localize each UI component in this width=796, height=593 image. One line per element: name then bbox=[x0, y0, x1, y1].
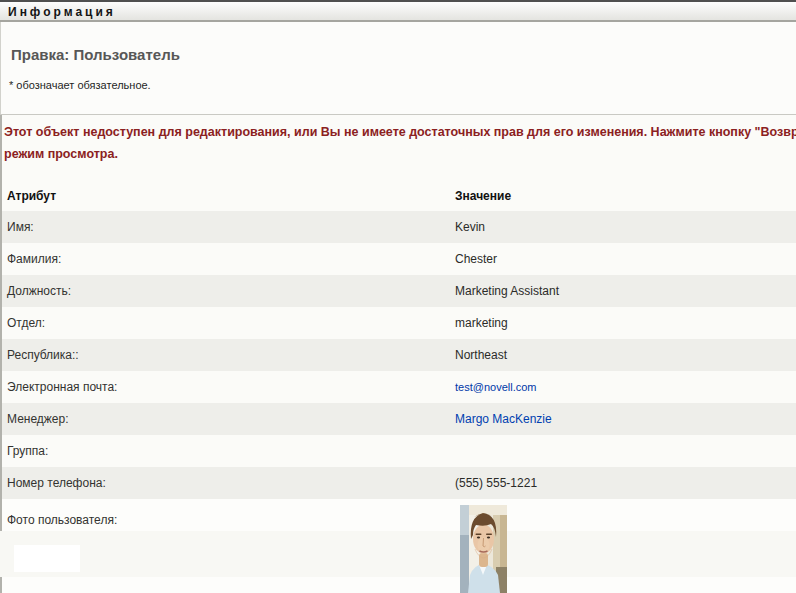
attribute-label: Республика:: bbox=[7, 348, 79, 362]
warning-line-1: Этот объект недоступен для редактировани… bbox=[4, 121, 796, 143]
table-row-email: Электронная почта: test@novell.com bbox=[2, 371, 796, 403]
attribute-label: Электронная почта: bbox=[7, 380, 117, 394]
panel-header-bar: Информация bbox=[0, 0, 796, 22]
email-link[interactable]: test@novell.com bbox=[455, 381, 536, 393]
readonly-warning-message: Этот объект недоступен для редактировани… bbox=[4, 121, 796, 165]
table-row-region: Республика:: Northeast bbox=[2, 339, 796, 371]
table-row-last-name: Фамилия: Chester bbox=[2, 243, 796, 275]
attribute-label: Фото пользователя: bbox=[7, 513, 117, 527]
column-header-attribute: Атрибут bbox=[7, 189, 56, 203]
page-title: Правка: Пользователь bbox=[11, 46, 180, 63]
main-section: Этот объект недоступен для редактировани… bbox=[0, 115, 796, 593]
attribute-label: Имя: bbox=[7, 220, 34, 234]
table-row-phone: Номер телефона: (555) 555-1221 bbox=[2, 467, 796, 499]
attribute-table-body: Имя: Kevin Фамилия: Chester Должность: M… bbox=[2, 211, 796, 593]
panel-title: Информация bbox=[8, 5, 116, 19]
table-row-department: Отдел: marketing bbox=[2, 307, 796, 339]
table-row-title: Должность: Marketing Assistant bbox=[2, 275, 796, 307]
required-note: * обозначает обязательное. bbox=[9, 79, 151, 91]
table-row-manager: Менеджер: Margo MacKenzie bbox=[2, 403, 796, 435]
manager-link[interactable]: Margo MacKenzie bbox=[455, 412, 552, 426]
table-row-first-name: Имя: Kevin bbox=[2, 211, 796, 243]
attribute-value: Marketing Assistant bbox=[455, 284, 559, 298]
attribute-value: (555) 555-1221 bbox=[455, 476, 537, 490]
attribute-table-header: Атрибут Значение bbox=[2, 187, 796, 211]
white-patch bbox=[14, 545, 80, 572]
attribute-label: Должность: bbox=[7, 284, 71, 298]
attribute-label: Номер телефона: bbox=[7, 476, 106, 490]
attribute-value: Northeast bbox=[455, 348, 507, 362]
background-band bbox=[0, 531, 796, 577]
attribute-value: Kevin bbox=[455, 220, 485, 234]
attribute-label: Отдел: bbox=[7, 316, 45, 330]
attribute-value: marketing bbox=[455, 316, 508, 330]
column-header-value: Значение bbox=[455, 189, 511, 203]
attribute-label: Группа: bbox=[7, 444, 48, 458]
attribute-value: Chester bbox=[455, 252, 497, 266]
user-photo bbox=[460, 505, 507, 593]
table-row-group: Группа: bbox=[2, 435, 796, 467]
attribute-label: Фамилия: bbox=[7, 252, 61, 266]
warning-line-2: режим просмотра. bbox=[4, 143, 796, 165]
table-row-user-photo: Фото пользователя: bbox=[2, 499, 796, 593]
page-header-section: Правка: Пользователь * обозначает обязат… bbox=[0, 22, 796, 115]
attribute-label: Менеджер: bbox=[7, 412, 69, 426]
